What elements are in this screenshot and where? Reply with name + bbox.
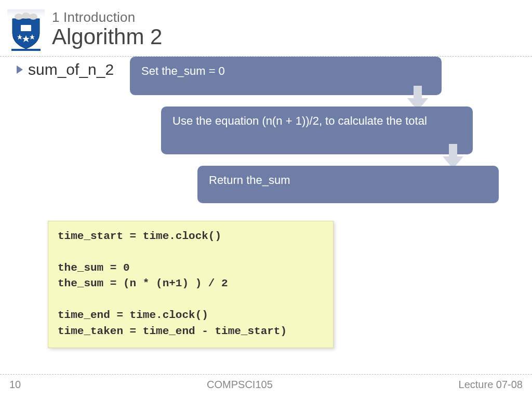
svg-point-6	[29, 14, 37, 20]
code-block: time_start = time.clock() the_sum = 0 th…	[48, 221, 334, 348]
step-box-3: Return the_sum	[197, 166, 499, 203]
svg-rect-7	[11, 49, 41, 51]
bullet-label: sum_of_n_2	[28, 61, 114, 78]
slide-title: Algorithm 2	[52, 24, 525, 49]
slide-footer: 10 COMPSCI105 Lecture 07-08	[0, 374, 532, 391]
slide-content: sum_of_n_2 Set the_sum = 0 Use the equat…	[0, 57, 532, 62]
step-box-1: Set the_sum = 0	[130, 57, 442, 95]
course-code: COMPSCI105	[207, 379, 273, 391]
svg-point-4	[15, 14, 23, 20]
bullet-item: sum_of_n_2	[17, 61, 114, 78]
lecture-number: Lecture 07-08	[459, 379, 523, 391]
svg-rect-8	[414, 86, 422, 98]
slide-header: 1 Introduction Algorithm 2	[0, 0, 532, 57]
svg-rect-10	[449, 144, 457, 156]
page-number: 10	[9, 379, 21, 391]
svg-point-5	[22, 12, 30, 19]
triangle-bullet-icon	[17, 65, 23, 74]
section-label: 1 Introduction	[52, 9, 525, 25]
university-crest-logo	[7, 9, 45, 51]
step-box-2: Use the equation (n(n + 1))/2, to calcul…	[161, 107, 473, 154]
title-block: 1 Introduction Algorithm 2	[52, 9, 525, 49]
